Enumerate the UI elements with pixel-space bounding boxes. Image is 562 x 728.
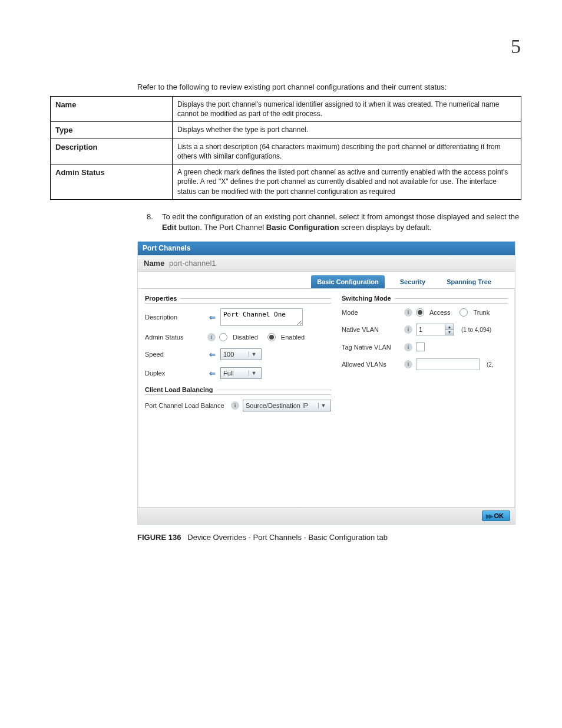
field-description-table: Name Displays the port channel's numeric… <box>50 96 521 200</box>
desc-text: Lists a a short description (64 characte… <box>173 139 521 164</box>
radio-enabled-label: Enabled <box>281 334 305 341</box>
allowed-vlans-input[interactable] <box>416 358 480 370</box>
table-row: Admin Status A green check mark defines … <box>51 164 521 200</box>
desc-label: Name <box>51 97 173 122</box>
chevron-down-icon: ▼ <box>249 351 259 357</box>
radio-disabled[interactable] <box>219 333 227 341</box>
tab-spanning-tree[interactable]: Spanning Tree <box>441 275 497 288</box>
step-text-post: screen displays by default. <box>339 223 431 232</box>
info-icon[interactable]: i <box>404 308 412 317</box>
radio-enabled[interactable] <box>267 333 276 341</box>
name-label: Name <box>144 259 164 268</box>
row-speed: Speed ⇐ 100 ▼ <box>145 348 331 360</box>
info-icon[interactable]: i <box>207 333 216 341</box>
spinner-down-icon[interactable]: ▼ <box>445 330 454 335</box>
step-list: 8. To edit the configuration of an exist… <box>150 212 527 233</box>
section-properties-label: Properties <box>145 295 177 302</box>
desc-label: Admin Status <box>51 164 173 200</box>
mode-label: Mode <box>342 309 401 316</box>
spinner-up-icon[interactable]: ▲ <box>445 324 454 330</box>
figure-text: Device Overrides - Port Channels - Basic… <box>187 533 388 542</box>
section-clb-label: Client Load Balancing <box>145 386 213 393</box>
description-input[interactable]: Port Channel One <box>220 308 303 326</box>
speed-label: Speed <box>145 351 204 358</box>
admin-status-label: Admin Status <box>145 334 204 341</box>
chevron-down-icon: ▼ <box>318 403 328 409</box>
play-icon: ▶▶ <box>486 513 492 519</box>
native-vlan-input[interactable] <box>416 324 445 335</box>
revert-icon[interactable]: ⇐ <box>207 368 217 378</box>
panel-title: Port Channels <box>138 242 515 255</box>
desc-label: Type <box>51 122 173 139</box>
section-properties: Properties <box>145 295 331 304</box>
section-switching-label: Switching Mode <box>342 295 391 302</box>
figure-caption: FIGURE 136 Device Overrides - Port Chann… <box>137 533 527 542</box>
screenshot-panel: Port Channels Name port-channel1 Basic C… <box>137 241 515 525</box>
tab-basic-configuration[interactable]: Basic Configuration <box>311 275 385 288</box>
row-tag-native-vlan: Tag Native VLAN i <box>342 342 508 351</box>
name-bar: Name port-channel1 <box>138 255 515 272</box>
info-icon[interactable]: i <box>404 325 412 334</box>
desc-text: Displays the port channel's numerical id… <box>173 97 521 122</box>
right-column: Switching Mode Mode i Access Trunk Nativ… <box>342 295 508 419</box>
radio-disabled-label: Disabled <box>233 334 258 341</box>
desc-text: Displays whether the type is port channe… <box>173 122 521 139</box>
step-text-pre: To edit the configuration of an existing… <box>162 212 519 221</box>
native-vlan-spinner[interactable]: ▲ ▼ <box>416 324 454 335</box>
speed-select[interactable]: 100 ▼ <box>220 348 262 360</box>
info-icon[interactable]: i <box>231 401 239 410</box>
section-switching: Switching Mode <box>342 295 508 304</box>
chevron-down-icon: ▼ <box>249 370 259 376</box>
ok-button-label: OK <box>494 512 504 519</box>
ok-button[interactable]: ▶▶ OK <box>482 510 511 521</box>
native-vlan-label: Native VLAN <box>342 326 401 333</box>
table-row: Type Displays whether the type is port c… <box>51 122 521 139</box>
info-icon[interactable]: i <box>404 360 412 368</box>
info-icon[interactable]: i <box>404 343 412 351</box>
row-pclb: Port Channel Load Balance i Source/Desti… <box>145 400 331 411</box>
pclb-select[interactable]: Source/Destination IP ▼ <box>243 400 331 411</box>
step-bold-edit: Edit <box>162 223 177 232</box>
tag-native-label: Tag Native VLAN <box>342 344 401 351</box>
row-allowed-vlans: Allowed VLANs i (2, <box>342 358 508 370</box>
left-column: Properties Description ⇐ Port Channel On… <box>145 295 331 419</box>
row-mode: Mode i Access Trunk <box>342 308 508 317</box>
step-text-mid: button. The Port Channel <box>177 223 266 232</box>
name-value: port-channel1 <box>169 259 216 268</box>
step-bold-basicconfig: Basic Configuration <box>266 223 339 232</box>
revert-icon[interactable]: ⇐ <box>207 350 217 359</box>
figure-label: FIGURE 136 <box>137 533 181 542</box>
intro-paragraph: Refer to the following to review existin… <box>137 83 527 91</box>
native-vlan-range: (1 to 4,094) <box>461 327 491 333</box>
step-item: 8. To edit the configuration of an exist… <box>150 212 527 233</box>
tab-security[interactable]: Security <box>394 275 431 288</box>
chapter-number: 5 <box>511 35 521 58</box>
allowed-vlans-label: Allowed VLANs <box>342 361 401 368</box>
revert-icon[interactable]: ⇐ <box>207 312 217 322</box>
table-row: Description Lists a a short description … <box>51 139 521 164</box>
radio-trunk[interactable] <box>459 308 468 317</box>
bottom-bar: ▶▶ OK <box>138 507 515 524</box>
section-clb: Client Load Balancing <box>145 386 331 395</box>
duplex-label: Duplex <box>145 370 204 377</box>
duplex-value: Full <box>223 370 246 377</box>
desc-text: A green check mark defines the listed po… <box>173 164 521 200</box>
row-description: Description ⇐ Port Channel One <box>145 308 331 326</box>
radio-access[interactable] <box>416 308 424 317</box>
row-admin-status: Admin Status i Disabled Enabled <box>145 333 331 341</box>
tag-native-checkbox[interactable] <box>416 342 425 351</box>
allowed-vlans-note: (2, <box>487 361 494 368</box>
radio-access-label: Access <box>429 309 450 316</box>
radio-trunk-label: Trunk <box>473 309 490 316</box>
form-body: Properties Description ⇐ Port Channel On… <box>138 288 515 507</box>
row-native-vlan: Native VLAN i ▲ ▼ (1 to 4,094) <box>342 324 508 335</box>
duplex-select[interactable]: Full ▼ <box>220 367 262 379</box>
speed-value: 100 <box>223 351 246 358</box>
row-duplex: Duplex ⇐ Full ▼ <box>145 367 331 379</box>
desc-label: Description <box>51 139 173 164</box>
pclb-label: Port Channel Load Balance <box>145 402 227 409</box>
table-row: Name Displays the port channel's numeric… <box>51 97 521 122</box>
step-number: 8. <box>147 212 153 222</box>
description-label: Description <box>145 314 204 321</box>
tab-row: Basic Configuration Security Spanning Tr… <box>138 272 515 288</box>
